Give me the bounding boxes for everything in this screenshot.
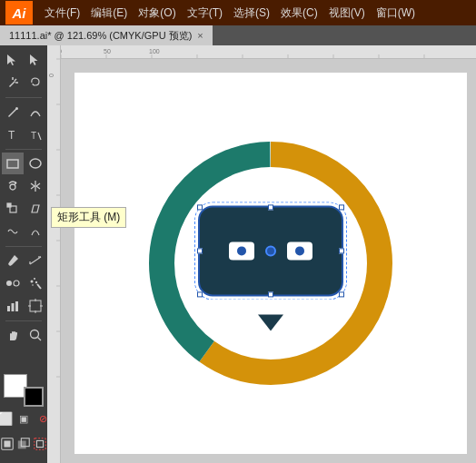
direct-selection-tool-button[interactable] bbox=[25, 49, 46, 71]
svg-point-31 bbox=[30, 330, 38, 339]
gradient-button[interactable]: ▣ bbox=[15, 410, 32, 427]
svg-text:T: T bbox=[31, 131, 36, 141]
sel-handle-tl bbox=[197, 204, 203, 210]
svg-text:0: 0 bbox=[48, 74, 55, 77]
sel-handle-bl bbox=[197, 291, 203, 297]
svg-rect-23 bbox=[7, 306, 10, 311]
svg-point-20 bbox=[35, 281, 36, 283]
tab-bar: 11111.ai* @ 121.69% (CMYK/GPU 预览) × bbox=[0, 25, 476, 45]
menu-object[interactable]: 对象(O) bbox=[134, 4, 180, 23]
draw-mode-back[interactable] bbox=[16, 433, 32, 455]
svg-rect-34 bbox=[5, 440, 11, 447]
svg-rect-26 bbox=[30, 300, 41, 311]
sel-handle-bm bbox=[268, 291, 273, 297]
svg-text:50: 50 bbox=[104, 48, 111, 54]
zoom-tool-button[interactable] bbox=[25, 324, 46, 346]
tab-label: 11111.ai* @ 121.69% (CMYK/GPU 预览) bbox=[9, 29, 192, 43]
column-graph-button[interactable] bbox=[2, 295, 24, 317]
lasso-tool-button[interactable] bbox=[25, 72, 46, 94]
none-color-button[interactable]: ⬜ bbox=[0, 410, 13, 427]
menu-effect[interactable]: 效果(C) bbox=[276, 4, 322, 23]
sel-handle-tr bbox=[339, 204, 344, 210]
robot-right-pupil bbox=[295, 246, 304, 255]
svg-rect-35 bbox=[18, 440, 26, 448]
color-swatches bbox=[4, 374, 44, 407]
warp-tool-button[interactable] bbox=[2, 221, 24, 242]
robot-face bbox=[229, 241, 312, 260]
sel-handle-tm bbox=[268, 204, 273, 210]
robot-bubble bbox=[198, 205, 343, 314]
svg-text:T: T bbox=[8, 129, 15, 142]
menu-select[interactable]: 选择(S) bbox=[229, 4, 274, 23]
bubble-box bbox=[198, 205, 343, 296]
menu-edit[interactable]: 编辑(E) bbox=[86, 4, 132, 23]
menu-file[interactable]: 文件(F) bbox=[40, 4, 84, 23]
toolbar: 矩形工具 (M) bbox=[0, 45, 47, 463]
scale-tool-button[interactable] bbox=[2, 198, 24, 220]
menu-text[interactable]: 文字(T) bbox=[183, 4, 227, 23]
width-tool-button[interactable] bbox=[25, 221, 46, 242]
curvature-tool-button[interactable] bbox=[25, 101, 46, 123]
svg-rect-25 bbox=[15, 301, 18, 311]
shear-tool-button[interactable] bbox=[25, 198, 46, 220]
main-area: 矩形工具 (M) bbox=[0, 45, 476, 463]
active-tab[interactable]: 11111.ai* @ 121.69% (CMYK/GPU 预览) × bbox=[0, 25, 213, 45]
touch-type-tool-button[interactable]: T bbox=[25, 123, 46, 145]
svg-point-16 bbox=[6, 281, 12, 286]
selection-tool-button[interactable] bbox=[2, 49, 24, 71]
type-tool-button[interactable]: T bbox=[2, 123, 24, 145]
stroke-swatch[interactable] bbox=[24, 387, 44, 407]
svg-line-13 bbox=[30, 257, 41, 264]
eyedropper-tool-button[interactable] bbox=[2, 250, 24, 271]
magic-wand-tool-button[interactable] bbox=[2, 72, 24, 94]
rotate-tool-button[interactable] bbox=[2, 175, 24, 197]
title-bar: Ai 文件(F) 编辑(E) 对象(O) 文字(T) 选择(S) 效果(C) 视… bbox=[0, 0, 476, 25]
svg-rect-38 bbox=[36, 440, 43, 447]
svg-text:100: 100 bbox=[149, 48, 160, 54]
svg-point-18 bbox=[30, 281, 33, 283]
tab-close-button[interactable]: × bbox=[197, 30, 203, 41]
robot-nose bbox=[265, 245, 276, 256]
svg-point-21 bbox=[32, 284, 34, 286]
sel-handle-ml bbox=[197, 248, 203, 253]
rectangle-tool-button[interactable] bbox=[2, 153, 24, 174]
ruler-top: 0 50 100 bbox=[47, 45, 476, 59]
robot-left-pupil bbox=[237, 246, 246, 255]
artwork bbox=[144, 136, 398, 390]
menu-view[interactable]: 视图(V) bbox=[324, 4, 370, 23]
svg-line-1 bbox=[15, 79, 16, 81]
svg-rect-7 bbox=[7, 160, 18, 168]
svg-point-17 bbox=[14, 281, 19, 286]
artboard-tool-button[interactable] bbox=[25, 295, 46, 317]
robot-left-eye bbox=[229, 241, 254, 260]
sel-handle-mr bbox=[339, 248, 344, 253]
toolbar-divider-1 bbox=[5, 97, 42, 98]
color-mode-icons: ⬜ ▣ ⊘ bbox=[0, 410, 51, 427]
robot-right-eye bbox=[287, 241, 312, 260]
measure-tool-button[interactable] bbox=[25, 250, 46, 271]
svg-line-22 bbox=[37, 284, 41, 289]
menu-bar: 文件(F) 编辑(E) 对象(O) 文字(T) 选择(S) 效果(C) 视图(V… bbox=[40, 4, 420, 23]
draw-mode-normal[interactable] bbox=[0, 433, 15, 455]
svg-point-3 bbox=[15, 107, 18, 110]
hand-tool-button[interactable] bbox=[2, 324, 24, 346]
reflect-tool-button[interactable] bbox=[25, 175, 46, 197]
svg-rect-24 bbox=[11, 303, 14, 311]
pen-tool-button[interactable] bbox=[2, 101, 24, 123]
svg-point-8 bbox=[30, 159, 41, 168]
toolbar-divider-2 bbox=[5, 149, 42, 150]
svg-rect-12 bbox=[7, 203, 11, 207]
draw-mode-inside[interactable] bbox=[32, 433, 47, 455]
canvas-page: 软牛目字网 RJZxw.com bbox=[74, 73, 467, 454]
svg-point-19 bbox=[34, 278, 35, 280]
toolbar-divider-3 bbox=[5, 246, 42, 247]
menu-window[interactable]: 窗口(W) bbox=[372, 4, 420, 23]
ruler-left: 0 bbox=[47, 45, 61, 463]
ellipse-tool-button[interactable] bbox=[25, 153, 46, 174]
bubble-tail bbox=[258, 314, 283, 330]
symbol-spray-button[interactable] bbox=[25, 272, 46, 294]
blend-tool-button[interactable] bbox=[2, 272, 24, 294]
svg-line-32 bbox=[37, 338, 41, 341]
canvas-area[interactable]: 0 50 100 0 软牛目字网 RJZxw.com bbox=[47, 45, 476, 463]
svg-line-6 bbox=[38, 133, 41, 140]
